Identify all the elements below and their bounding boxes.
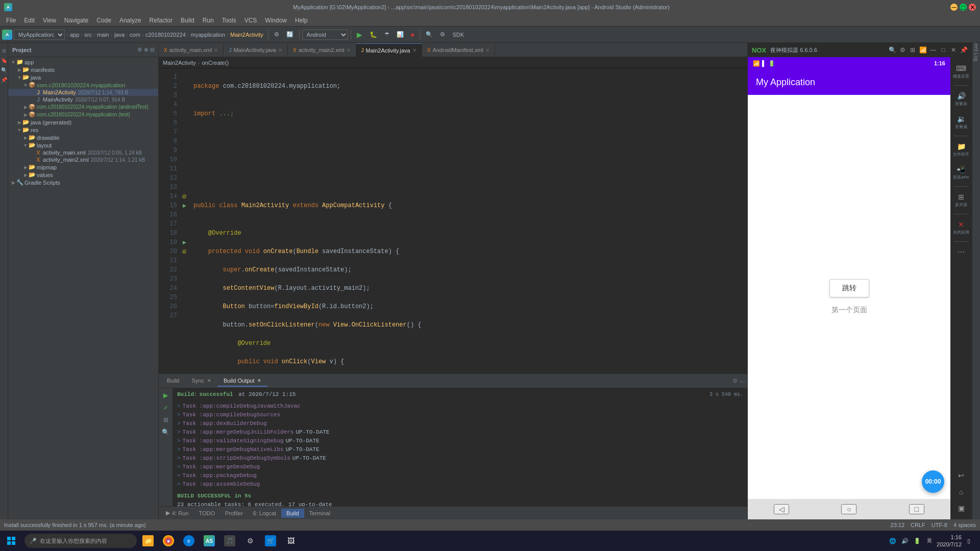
menu-file[interactable]: File	[2, 16, 20, 25]
bottom-btn-logcat[interactable]: 6: Logcat	[248, 509, 281, 518]
toolbar-coverage-btn[interactable]: ☂	[381, 30, 393, 39]
emu-undo-icon[interactable]: ↩	[956, 468, 966, 483]
status-line-col[interactable]: 23:12	[891, 522, 905, 528]
tab-close-1[interactable]: ✕	[214, 47, 218, 53]
tab-activity-main2-xml[interactable]: X activity_main2.xml ✕	[288, 43, 356, 57]
emu-minimize-icon[interactable]: —	[929, 46, 937, 54]
menu-view[interactable]: View	[39, 16, 60, 25]
toolbar-search-btn[interactable]: 🔍	[423, 30, 436, 39]
emu-home-side-icon[interactable]: ⌂	[957, 485, 965, 499]
emu-side-files[interactable]: 📁 文件助手	[951, 139, 971, 160]
toolbar-profile-btn[interactable]: 📊	[394, 30, 407, 39]
windows-start-button[interactable]	[2, 532, 20, 550]
build-filter-icon[interactable]: ⊞	[161, 415, 171, 425]
code-editor[interactable]: 12345 678910 1112131415 1617181920 21222…	[159, 68, 747, 373]
tab-androidmanifest[interactable]: X AndroidManifest.xml ✕	[422, 43, 495, 57]
left-pin-icon[interactable]: 📌	[0, 76, 8, 84]
tab-close-3[interactable]: ✕	[347, 47, 351, 53]
tree-item-androidtest[interactable]: ▶ 📦 com.c201801020224.myapplication (and…	[8, 103, 158, 111]
toolbar-sync-btn[interactable]: 🔄	[283, 30, 297, 39]
find-icon[interactable]: 🔍	[0, 66, 8, 74]
build-search-icon[interactable]: 🔍	[161, 427, 171, 437]
emu-side-vol-down[interactable]: 🔉 音量减	[953, 112, 969, 133]
android-api-dropdown[interactable]: Android	[302, 30, 348, 40]
minimize-button[interactable]: ─	[950, 4, 958, 11]
emu-fab-button[interactable]: 00:00	[922, 470, 944, 493]
status-indent[interactable]: 4 spaces	[953, 522, 976, 528]
menu-vcs[interactable]: VCS	[240, 16, 261, 25]
tab-main2activity-java[interactable]: J Main2Activity.java ✕	[356, 43, 422, 57]
tree-item-app[interactable]: ▼ 📁 app	[8, 58, 158, 66]
toolbar-debug-btn[interactable]: 🐛	[366, 30, 380, 40]
windows-search-bar[interactable]: 🎤 在这里输入你想搜索的内容	[24, 534, 137, 548]
menu-navigate[interactable]: Navigate	[60, 16, 92, 25]
status-line-ending[interactable]: CRLF	[911, 522, 925, 528]
emu-side-multiwindow[interactable]: ⊞ 多开器	[953, 190, 969, 211]
tab-close-5[interactable]: ✕	[485, 47, 489, 53]
emu-pin-icon[interactable]: 📌	[960, 46, 968, 54]
tree-item-layout[interactable]: ▼ 📂 layout	[8, 141, 158, 149]
bottom-btn-build[interactable]: Build	[281, 509, 304, 518]
tree-item-drawable[interactable]: ▶ 📂 drawable	[8, 134, 158, 141]
emu-settings-icon[interactable]: ⚙	[898, 46, 906, 54]
tab-close-2[interactable]: ✕	[278, 47, 282, 53]
emu-side-keyboard[interactable]: ⌨ 键盘设置	[951, 61, 971, 82]
menu-build[interactable]: Build	[177, 16, 199, 25]
menu-analyze[interactable]: Analyze	[115, 16, 145, 25]
emu-side-more[interactable]: ⋯	[955, 245, 967, 259]
taskbar-settings[interactable]: ⚙	[241, 532, 259, 550]
build-output-panel[interactable]: Build: successful at 2020/7/12 1:15 3 s …	[173, 388, 747, 506]
code-content[interactable]: package com.c201801020224.myapplication;…	[189, 68, 747, 373]
sync-close-icon[interactable]: ✕	[207, 378, 211, 383]
tree-item-test[interactable]: ▶ 📦 com.c201801020224.myapplication (tes…	[8, 111, 158, 118]
emu-side-apk[interactable]: 📲 安装APK	[951, 162, 971, 183]
emu-side-vol-up[interactable]: 🔊 音量加	[953, 89, 969, 110]
emu-maximize-icon[interactable]: □	[939, 46, 947, 54]
bottom-minimize-icon[interactable]: —	[740, 378, 745, 384]
project-gear-icon[interactable]: ⚙	[137, 47, 142, 53]
bookmark-icon[interactable]: 🔖	[0, 57, 8, 64]
menu-edit[interactable]: Edit	[20, 16, 39, 25]
bottom-settings-icon[interactable]: ⚙	[732, 378, 738, 384]
structure-icon[interactable]: ⊞	[1, 47, 7, 55]
breadcrumb-method[interactable]: onCreate()	[202, 60, 229, 66]
tree-item-values[interactable]: ▶ 📂 values	[8, 171, 158, 179]
tree-item-mipmap[interactable]: ▶ 📂 mipmap	[8, 163, 158, 171]
menu-refactor[interactable]: Refactor	[145, 16, 177, 25]
tree-item-manifests[interactable]: ▶ 📂 manifests	[8, 66, 158, 73]
tree-item-java-generated[interactable]: ▶ 📂 java (generated)	[8, 118, 158, 126]
bottom-btn-terminal[interactable]: Terminal	[304, 509, 336, 518]
emu-wifi-icon[interactable]: 📶	[919, 46, 927, 54]
tab-activity-main-xml[interactable]: X activity_main.xml ✕	[159, 43, 224, 57]
project-dropdown[interactable]: MyApplication2	[14, 30, 65, 40]
taskbar-photos[interactable]: 🖼	[282, 532, 300, 550]
taskbar-file-explorer[interactable]: 📁	[139, 532, 157, 550]
toolbar-stop-btn[interactable]: ■	[408, 30, 418, 39]
show-desktop-icon[interactable]: ▯	[964, 536, 974, 546]
build-check-icon[interactable]: ✓	[161, 403, 171, 413]
bottom-tab-build-output[interactable]: Build Output ✕	[217, 375, 268, 387]
taskbar-browser-1[interactable]: ●	[159, 532, 178, 550]
toolbar-gear-btn[interactable]: ⚙	[437, 30, 448, 39]
taskbar-android-studio[interactable]: AS	[200, 532, 218, 550]
maximize-button[interactable]: □	[960, 4, 967, 11]
tray-ime-icon[interactable]: 英	[924, 536, 935, 546]
tree-item-mainactivity[interactable]: J MainActivity 2020/7/12 0:07, 914 B	[8, 96, 158, 103]
emu-search-icon[interactable]: 🔍	[888, 46, 896, 54]
tab-mainactivity-java[interactable]: J MainAcitivity.java ✕	[224, 43, 288, 57]
toolbar-sdk-btn[interactable]: SDK	[449, 30, 467, 39]
menu-window[interactable]: Window	[261, 16, 291, 25]
taskbar-store[interactable]: 🛒	[261, 532, 280, 550]
emu-recents-button[interactable]: □	[909, 504, 924, 514]
emu-side-close-app[interactable]: ✕ 关闭应用	[951, 217, 971, 238]
close-button[interactable]: ✕	[969, 4, 976, 11]
project-expand-icon[interactable]: ⊕	[144, 47, 148, 53]
system-clock[interactable]: 1:16 2020/7/12	[937, 534, 962, 548]
menu-help[interactable]: Help	[291, 16, 312, 25]
status-encoding[interactable]: UTF-8	[932, 522, 947, 528]
bottom-btn-todo[interactable]: TODO	[193, 509, 220, 518]
tray-volume-icon[interactable]: 🔊	[900, 536, 910, 546]
emu-back-button[interactable]: ◁	[774, 504, 789, 514]
menu-tools[interactable]: Tools	[218, 16, 240, 25]
tray-battery-icon[interactable]: 🔋	[912, 536, 922, 546]
